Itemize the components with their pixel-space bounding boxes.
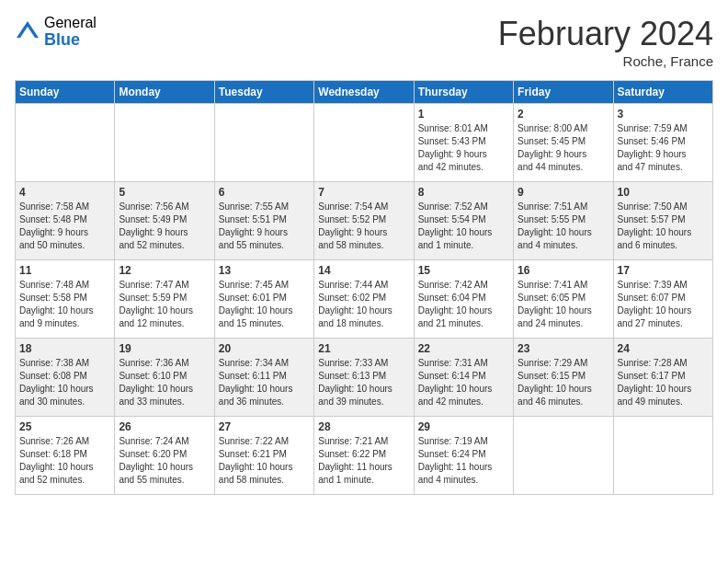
calendar-cell: 7Sunrise: 7:54 AM Sunset: 5:52 PM Daylig… [314,182,414,260]
day-number: 13 [219,264,310,277]
day-info: Sunrise: 7:59 AM Sunset: 5:46 PM Dayligh… [618,122,709,174]
day-number: 22 [418,342,509,355]
day-header-thursday: Thursday [414,81,513,104]
logo-general: General [44,15,97,31]
day-number: 7 [318,186,409,199]
calendar-week-row: 1Sunrise: 8:01 AM Sunset: 5:43 PM Daylig… [16,104,713,182]
day-header-saturday: Saturday [613,81,712,104]
day-number: 17 [618,264,709,277]
logo-blue: Blue [44,31,97,50]
calendar-week-row: 11Sunrise: 7:48 AM Sunset: 5:58 PM Dayli… [16,260,713,339]
day-number: 9 [518,186,609,199]
day-number: 3 [618,108,709,121]
logo-text: General Blue [44,15,97,49]
day-number: 11 [19,264,110,277]
calendar-cell: 10Sunrise: 7:50 AM Sunset: 5:57 PM Dayli… [613,182,712,260]
day-info: Sunrise: 8:00 AM Sunset: 5:45 PM Dayligh… [518,122,609,174]
day-number: 16 [518,264,609,277]
day-number: 24 [618,342,709,355]
calendar-cell: 11Sunrise: 7:48 AM Sunset: 5:58 PM Dayli… [16,260,115,339]
day-number: 18 [19,342,110,355]
day-number: 19 [119,342,210,355]
day-info: Sunrise: 7:52 AM Sunset: 5:54 PM Dayligh… [418,201,509,252]
calendar-cell: 27Sunrise: 7:22 AM Sunset: 6:21 PM Dayli… [214,417,313,495]
logo: General Blue [15,15,97,49]
calendar-cell: 17Sunrise: 7:39 AM Sunset: 6:07 PM Dayli… [613,260,712,339]
calendar-cell [214,104,313,182]
calendar-cell: 3Sunrise: 7:59 AM Sunset: 5:46 PM Daylig… [613,104,712,182]
day-info: Sunrise: 7:56 AM Sunset: 5:49 PM Dayligh… [119,201,210,252]
day-number: 12 [119,264,210,277]
day-number: 10 [618,186,709,199]
day-number: 23 [518,342,609,355]
day-header-wednesday: Wednesday [314,81,414,104]
calendar-cell: 16Sunrise: 7:41 AM Sunset: 6:05 PM Dayli… [514,260,613,339]
day-info: Sunrise: 7:38 AM Sunset: 6:08 PM Dayligh… [19,357,110,408]
calendar-cell: 18Sunrise: 7:38 AM Sunset: 6:08 PM Dayli… [16,339,115,417]
calendar-cell: 15Sunrise: 7:42 AM Sunset: 6:04 PM Dayli… [414,260,513,339]
day-header-tuesday: Tuesday [214,81,313,104]
calendar-table: SundayMondayTuesdayWednesdayThursdayFrid… [15,80,713,495]
calendar-cell: 28Sunrise: 7:21 AM Sunset: 6:22 PM Dayli… [314,417,414,495]
day-number: 27 [219,420,310,433]
day-number: 28 [318,420,409,433]
calendar-cell: 26Sunrise: 7:24 AM Sunset: 6:20 PM Dayli… [115,417,214,495]
calendar-cell: 19Sunrise: 7:36 AM Sunset: 6:10 PM Dayli… [115,339,214,417]
title-area: February 2024 Roche, France [498,15,713,69]
day-info: Sunrise: 7:22 AM Sunset: 6:21 PM Dayligh… [219,435,310,487]
day-info: Sunrise: 7:33 AM Sunset: 6:13 PM Dayligh… [318,357,409,408]
day-info: Sunrise: 7:58 AM Sunset: 5:48 PM Dayligh… [19,201,110,252]
day-info: Sunrise: 7:55 AM Sunset: 5:51 PM Dayligh… [219,201,310,252]
day-info: Sunrise: 7:50 AM Sunset: 5:57 PM Dayligh… [618,201,709,252]
calendar-cell: 6Sunrise: 7:55 AM Sunset: 5:51 PM Daylig… [214,182,313,260]
day-number: 1 [418,108,509,121]
day-info: Sunrise: 7:47 AM Sunset: 5:59 PM Dayligh… [119,279,210,330]
calendar-cell [514,417,613,495]
calendar-cell: 14Sunrise: 7:44 AM Sunset: 6:02 PM Dayli… [314,260,414,339]
day-info: Sunrise: 7:48 AM Sunset: 5:58 PM Dayligh… [19,279,110,330]
day-number: 25 [19,420,110,433]
day-info: Sunrise: 7:29 AM Sunset: 6:15 PM Dayligh… [518,357,609,408]
day-info: Sunrise: 7:41 AM Sunset: 6:05 PM Dayligh… [518,279,609,330]
calendar-cell: 12Sunrise: 7:47 AM Sunset: 5:59 PM Dayli… [115,260,214,339]
calendar-header-row: SundayMondayTuesdayWednesdayThursdayFrid… [16,81,713,104]
day-number: 2 [518,108,609,121]
calendar-cell: 8Sunrise: 7:52 AM Sunset: 5:54 PM Daylig… [414,182,513,260]
calendar-cell: 4Sunrise: 7:58 AM Sunset: 5:48 PM Daylig… [16,182,115,260]
calendar-cell: 13Sunrise: 7:45 AM Sunset: 6:01 PM Dayli… [214,260,313,339]
day-number: 8 [418,186,509,199]
calendar-cell: 21Sunrise: 7:33 AM Sunset: 6:13 PM Dayli… [314,339,414,417]
calendar-cell: 24Sunrise: 7:28 AM Sunset: 6:17 PM Dayli… [613,339,712,417]
calendar-week-row: 18Sunrise: 7:38 AM Sunset: 6:08 PM Dayli… [16,339,713,417]
location: Roche, France [498,53,713,69]
day-number: 14 [318,264,409,277]
day-number: 5 [119,186,210,199]
day-number: 4 [19,186,110,199]
day-number: 21 [318,342,409,355]
day-number: 20 [219,342,310,355]
day-info: Sunrise: 7:51 AM Sunset: 5:55 PM Dayligh… [518,201,609,252]
day-number: 26 [119,420,210,433]
day-info: Sunrise: 8:01 AM Sunset: 5:43 PM Dayligh… [418,122,509,174]
calendar-cell: 29Sunrise: 7:19 AM Sunset: 6:24 PM Dayli… [414,417,513,495]
day-info: Sunrise: 7:21 AM Sunset: 6:22 PM Dayligh… [318,435,409,487]
day-info: Sunrise: 7:45 AM Sunset: 6:01 PM Dayligh… [219,279,310,330]
day-info: Sunrise: 7:39 AM Sunset: 6:07 PM Dayligh… [618,279,709,330]
calendar-cell [314,104,414,182]
day-number: 6 [219,186,310,199]
calendar-week-row: 25Sunrise: 7:26 AM Sunset: 6:18 PM Dayli… [16,417,713,495]
day-info: Sunrise: 7:36 AM Sunset: 6:10 PM Dayligh… [119,357,210,408]
day-info: Sunrise: 7:42 AM Sunset: 6:04 PM Dayligh… [418,279,509,330]
day-info: Sunrise: 7:54 AM Sunset: 5:52 PM Dayligh… [318,201,409,252]
calendar-week-row: 4Sunrise: 7:58 AM Sunset: 5:48 PM Daylig… [16,182,713,260]
calendar-cell: 23Sunrise: 7:29 AM Sunset: 6:15 PM Dayli… [514,339,613,417]
day-info: Sunrise: 7:24 AM Sunset: 6:20 PM Dayligh… [119,435,210,487]
day-info: Sunrise: 7:28 AM Sunset: 6:17 PM Dayligh… [618,357,709,408]
day-info: Sunrise: 7:34 AM Sunset: 6:11 PM Dayligh… [219,357,310,408]
day-header-friday: Friday [514,81,613,104]
page-header: General Blue February 2024 Roche, France [15,15,713,69]
calendar-cell: 5Sunrise: 7:56 AM Sunset: 5:49 PM Daylig… [115,182,214,260]
day-header-monday: Monday [115,81,214,104]
calendar-cell: 2Sunrise: 8:00 AM Sunset: 5:45 PM Daylig… [514,104,613,182]
day-info: Sunrise: 7:26 AM Sunset: 6:18 PM Dayligh… [19,435,110,487]
